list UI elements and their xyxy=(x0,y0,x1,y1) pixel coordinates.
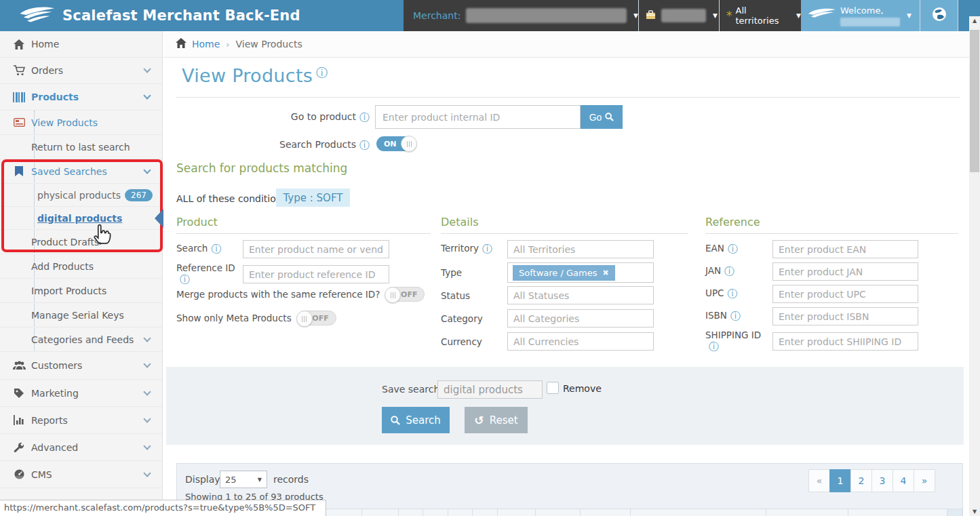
jan-input[interactable] xyxy=(772,262,918,281)
sidebar-item-add-products[interactable]: Add Products xyxy=(0,254,162,279)
page-size-select[interactable]: 25▼ xyxy=(220,471,267,488)
sidebar-item-marketing[interactable]: Marketing xyxy=(0,380,162,407)
chevron-down-icon xyxy=(143,442,151,450)
dotted-divider xyxy=(176,97,960,98)
scroll-up-arrow[interactable]: ▲ xyxy=(969,18,980,24)
page-3-button[interactable]: 3 xyxy=(871,469,893,492)
sidebar-item-product-drafts[interactable]: Product Drafts xyxy=(0,230,162,254)
page-4-button[interactable]: 4 xyxy=(893,469,914,492)
currency-row: Currency xyxy=(441,332,654,351)
search-icon xyxy=(391,416,400,425)
section-title: Product xyxy=(176,216,431,234)
help-icon[interactable]: ⓘ xyxy=(482,243,492,256)
user-menu[interactable]: Welcome, ▼ xyxy=(801,0,920,31)
dotted-stub xyxy=(34,266,41,266)
view-products-icon xyxy=(12,118,26,127)
remove-checkbox[interactable] xyxy=(547,382,559,394)
help-icon[interactable]: ⓘ xyxy=(730,310,741,323)
sidebar-item-home[interactable]: Home xyxy=(0,31,162,58)
ean-input[interactable] xyxy=(772,240,918,258)
chevron-down-icon: ▼ xyxy=(907,12,912,19)
sidebar-item-advanced[interactable]: Advanced xyxy=(0,434,162,461)
shipping-id-input[interactable] xyxy=(772,332,918,351)
help-icon[interactable]: ⓘ xyxy=(359,139,370,152)
reference-id-input[interactable] xyxy=(243,265,389,283)
sidebar-item-import-products[interactable]: Import Products xyxy=(0,279,162,303)
help-icon[interactable]: ⓘ xyxy=(211,243,221,256)
chevron-down-icon xyxy=(143,65,151,73)
page-2-button[interactable]: 2 xyxy=(850,469,872,492)
breadcrumb-home-link[interactable]: Home xyxy=(192,39,220,49)
product-section: Product Searchⓘ Reference IDⓘ Merge prod… xyxy=(176,216,431,234)
status-input[interactable] xyxy=(507,286,654,304)
sidebar-item-saved-searches[interactable]: Saved Searches xyxy=(0,159,162,184)
reference-section: Reference EANⓘ JANⓘ UPCⓘ ISBNⓘ SHIPPING … xyxy=(705,216,958,234)
sidebar-item-reports[interactable]: Reports xyxy=(0,407,162,434)
reset-button[interactable]: ↺ Reset xyxy=(465,407,528,433)
territories-dropdown[interactable]: * All territories ▼ xyxy=(720,0,801,31)
breadcrumb: Home › View Products xyxy=(163,31,969,58)
territory-asterisk-icon: * xyxy=(726,12,732,19)
store-dropdown[interactable]: ▼ xyxy=(639,0,719,31)
help-icon[interactable]: ⓘ xyxy=(316,65,328,81)
isbn-input[interactable] xyxy=(772,307,918,325)
page-1-button[interactable]: 1 xyxy=(829,469,851,492)
language-globe-button[interactable] xyxy=(920,0,958,31)
search-button[interactable]: Search xyxy=(382,407,450,433)
sidebar-item-return-to-last-search[interactable]: Return to last search xyxy=(0,135,162,159)
remove-chip-icon[interactable]: ✖ xyxy=(602,269,608,277)
help-icon[interactable]: ⓘ xyxy=(359,111,370,124)
chevron-down-icon xyxy=(143,415,151,422)
ean-row: EANⓘ xyxy=(705,240,918,258)
condition-chip[interactable]: Type : SOFT xyxy=(276,188,350,207)
help-icon[interactable]: ⓘ xyxy=(727,287,737,300)
scrollbar-thumb[interactable] xyxy=(970,30,979,172)
product-search-input[interactable] xyxy=(243,240,389,258)
cart-icon xyxy=(12,65,26,76)
sidebar-item-manage-serial-keys[interactable]: Manage Serial Keys xyxy=(0,303,162,328)
page-prev-button[interactable]: « xyxy=(808,469,830,492)
sidebar-item-digital-products[interactable]: digital products xyxy=(0,207,162,230)
chevron-down-icon: ▼ xyxy=(258,477,262,483)
status-label: Status xyxy=(441,290,507,301)
sidebar-item-categories-and-feeds[interactable]: Categories and Feeds xyxy=(0,328,162,352)
merge-toggle[interactable]: OFF xyxy=(385,287,425,302)
store-name-redacted xyxy=(661,9,706,22)
meta-toggle[interactable]: OFF xyxy=(297,311,336,325)
sidebar-item-products[interactable]: Products xyxy=(0,84,162,111)
scroll-down-arrow[interactable]: ▼ xyxy=(969,509,980,515)
toggle-knob xyxy=(385,287,401,303)
app-title: Scalefast Merchant Back-End xyxy=(62,7,300,24)
currency-label: Currency xyxy=(441,336,507,347)
currency-input[interactable] xyxy=(507,332,654,351)
help-icon[interactable]: ⓘ xyxy=(180,273,190,286)
sidebar-item-view-products[interactable]: View Products xyxy=(0,111,162,135)
go-button[interactable]: Go xyxy=(581,105,623,129)
search-products-toggle[interactable]: ON xyxy=(376,136,416,151)
chevron-down-icon: ▼ xyxy=(796,12,801,19)
territory-input[interactable] xyxy=(507,240,654,258)
vertical-scrollbar[interactable]: ▲ ▼ xyxy=(969,16,980,516)
jan-label: JANⓘ xyxy=(705,265,772,278)
help-icon[interactable]: ⓘ xyxy=(724,265,734,278)
home-icon xyxy=(12,39,26,49)
chevron-down-icon xyxy=(143,469,151,477)
category-input[interactable] xyxy=(507,309,654,328)
sidebar-item-orders[interactable]: Orders xyxy=(0,58,162,84)
help-icon[interactable]: ⓘ xyxy=(728,243,738,256)
upc-input[interactable] xyxy=(772,285,918,303)
type-input[interactable]: Software / Games ✖ xyxy=(507,262,654,283)
help-icon[interactable]: ⓘ xyxy=(709,340,719,353)
meta-toggle-row: Show only Meta Products OFF xyxy=(176,311,336,325)
shipping-id-row: SHIPPING IDⓘ xyxy=(705,330,918,353)
save-search-label: Save search: xyxy=(382,384,443,395)
page-next-button[interactable]: » xyxy=(914,469,935,492)
save-search-input[interactable] xyxy=(437,380,543,399)
sidebar-item-physical-products[interactable]: physical products 267 xyxy=(0,184,162,207)
territories-label: All territories xyxy=(736,5,790,26)
goto-product-input[interactable] xyxy=(375,105,581,129)
sidebar-item-customers[interactable]: Customers xyxy=(0,352,162,380)
sidebar-item-cms[interactable]: CMS xyxy=(0,461,162,488)
tag-icon xyxy=(12,388,26,399)
merchant-dropdown[interactable]: Merchant: ▼ xyxy=(404,0,638,31)
